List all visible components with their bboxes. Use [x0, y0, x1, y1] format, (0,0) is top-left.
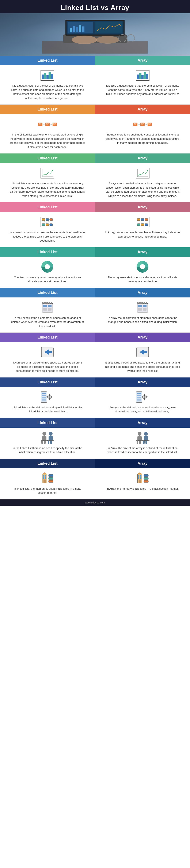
array-cell-2: D|P → D|P → D|∅ In Array, there is no su… [95, 114, 190, 153]
array-cell-5: The array uses static memory allocation … [95, 257, 190, 288]
building-icon [40, 472, 55, 484]
svg-rect-122 [138, 475, 139, 476]
content-row-8: Linked lists can be defined as a simple … [0, 387, 190, 418]
content-row-5: The liked list uses dynamic memory alloc… [0, 257, 190, 288]
array-header-1: Array [95, 56, 190, 65]
svg-rect-17 [133, 37, 135, 37]
linked-text-4: In a linked list random access to the el… [9, 230, 85, 243]
linked-text-2: In the Linked list each element is consi… [9, 132, 85, 149]
svg-rect-5 [95, 22, 122, 33]
section-block-5: Linked ListArray The liked list uses dyn… [0, 247, 190, 288]
linked-list-header-6: Linked List [0, 288, 95, 298]
svg-rect-128 [144, 477, 148, 479]
array-cell-3: Arrays can store their elements in a con… [95, 163, 190, 202]
section-block-10: Linked ListArray In linked lists, the me… [0, 459, 190, 499]
linked-list-header-9: Linked List [0, 418, 95, 428]
section-header-10: Linked ListArray [0, 459, 190, 468]
svg-rect-8 [76, 27, 78, 32]
svg-rect-70 [42, 395, 46, 396]
linked-list-header-8: Linked List [0, 377, 95, 387]
svg-rect-9 [79, 25, 81, 32]
svg-rect-75 [49, 394, 50, 396]
page-title: Linked List vs Array [2, 4, 188, 12]
svg-line-31 [43, 221, 51, 223]
section-header-9: Linked ListArray [0, 418, 190, 428]
svg-line-38 [139, 221, 143, 223]
content-row-10: In linked lists, the memory is usually a… [0, 468, 190, 499]
svg-rect-72 [42, 399, 46, 401]
gear-icon [40, 391, 55, 403]
array-text-6: In array the declaration of elements onc… [105, 316, 181, 324]
array-header-3: Array [95, 154, 190, 163]
svg-rect-116 [43, 479, 46, 483]
svg-point-100 [138, 432, 142, 436]
svg-rect-107 [143, 441, 145, 444]
svg-marker-121 [138, 472, 142, 474]
section-header-8: Linked ListArray [0, 377, 190, 387]
array-header-4: Array [95, 203, 190, 212]
svg-rect-45 [42, 302, 43, 304]
svg-rect-123 [140, 475, 142, 476]
section-header-7: Linked ListArray [0, 333, 190, 342]
footer: www.educba.com [0, 499, 190, 506]
svg-rect-103 [139, 441, 141, 444]
array-text-10: In Array, the memory is allocated in a s… [106, 487, 179, 491]
svg-rect-60 [138, 305, 142, 307]
array-text-8: Arrays can be defined in a one-dimension… [105, 405, 181, 414]
bar-chart-icon [135, 69, 150, 81]
linked-text-8: Linked lists can be defined as a simple … [9, 405, 85, 414]
svg-rect-71 [42, 397, 46, 398]
memory-icon [40, 302, 55, 313]
node-chain-icon: D|P → D|P → D|∅ [40, 118, 55, 130]
svg-rect-77 [46, 397, 48, 397]
array-text-3: Arrays can store their elements in a con… [105, 181, 181, 198]
svg-rect-25 [46, 218, 49, 221]
hero-image-inner [0, 13, 190, 56]
array-text-4: In Array, random access is possible as i… [105, 230, 181, 239]
svg-rect-127 [144, 474, 148, 476]
array-cell-10: In Array, the memory is allocated in a s… [95, 468, 190, 499]
svg-rect-6 [70, 28, 72, 32]
svg-rect-108 [146, 441, 147, 444]
gear-icon [135, 391, 150, 403]
svg-rect-117 [48, 474, 53, 476]
sections-container: Linked ListArray It is a data structure … [0, 56, 190, 499]
svg-rect-59 [146, 302, 147, 304]
svg-point-74 [48, 396, 50, 398]
svg-rect-56 [139, 302, 141, 304]
section-header-1: Linked ListArray [0, 56, 190, 65]
trend-icon [40, 167, 55, 179]
person-icon [135, 432, 150, 443]
linked-list-header-2: Linked List [0, 104, 95, 114]
array-header-6: Array [95, 288, 190, 298]
svg-rect-82 [137, 397, 141, 398]
svg-rect-101 [138, 436, 142, 441]
svg-point-12 [96, 36, 119, 43]
svg-rect-63 [143, 308, 147, 311]
svg-rect-112 [43, 475, 44, 476]
linked-text-5: The liked list uses dynamic memory alloc… [9, 275, 85, 283]
array-header-9: Array [95, 418, 190, 428]
svg-rect-98 [50, 441, 52, 444]
svg-rect-47 [46, 302, 48, 304]
array-text-1: It is also a data structure that stores … [105, 84, 181, 96]
linked-list-header-7: Linked List [0, 333, 95, 342]
svg-rect-16 [119, 37, 120, 37]
svg-rect-96 [48, 436, 53, 441]
pie-icon [135, 261, 150, 273]
svg-rect-29 [50, 223, 52, 226]
linked-text-1: It is a data structure of the set of ele… [9, 84, 85, 100]
section-header-2: Linked ListArray [0, 104, 190, 114]
svg-rect-55 [137, 302, 139, 304]
array-cell-9: In Array, the size of the array is defin… [95, 428, 190, 459]
svg-rect-24 [42, 218, 45, 221]
svg-rect-86 [144, 394, 145, 396]
section-block-9: Linked ListArray In the linked list ther… [0, 418, 190, 459]
array-header-2: Array [95, 104, 190, 114]
array-cell-1: It is also a data structure that stores … [95, 65, 190, 104]
array-text-5: The array uses static memory allocation … [105, 275, 181, 283]
svg-rect-48 [48, 302, 50, 304]
svg-rect-26 [50, 218, 52, 221]
section-header-5: Linked ListArray [0, 247, 190, 257]
svg-rect-7 [73, 26, 75, 32]
